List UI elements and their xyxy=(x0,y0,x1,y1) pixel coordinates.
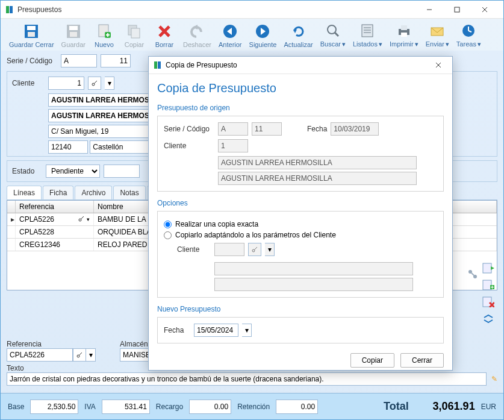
svg-marker-44 xyxy=(491,266,494,270)
base-label: Base xyxy=(8,403,24,411)
key-icon[interactable] xyxy=(78,215,84,224)
svg-rect-11 xyxy=(70,32,77,37)
serie-input[interactable] xyxy=(61,54,97,67)
total-label: Total xyxy=(384,400,409,413)
tasks-button[interactable]: Tareas▾ xyxy=(453,21,485,49)
modal-heading: Copia de Presupuesto xyxy=(157,81,444,95)
origen-box: Serie / Código Fecha Cliente xyxy=(157,116,444,192)
save-close-button[interactable]: Guardar Cerrar xyxy=(5,21,58,49)
reports-button[interactable]: Listados▾ xyxy=(349,21,386,49)
radio-adaptado[interactable]: Copiarlo adaptándolo a los parámetros de… xyxy=(164,231,437,239)
section-nuevo: Nuevo Presupuesto xyxy=(157,305,444,313)
svg-rect-34 xyxy=(401,33,407,37)
arrow-left-icon xyxy=(222,23,238,40)
grid-expand-icon[interactable] xyxy=(482,312,495,325)
m-codigo xyxy=(252,122,282,136)
maximize-button[interactable] xyxy=(443,1,471,18)
modal-copiar-button[interactable]: Copiar xyxy=(350,353,394,368)
currency-label: EUR xyxy=(481,403,496,411)
grid-action-icons-2 xyxy=(466,268,479,281)
modal-close-button[interactable] xyxy=(429,57,447,74)
envelope-icon xyxy=(429,22,446,39)
app-icon xyxy=(5,5,14,14)
search-icon xyxy=(325,22,341,39)
svg-rect-3 xyxy=(455,7,459,12)
svg-rect-45 xyxy=(483,280,491,290)
retencion-value[interactable] xyxy=(276,400,318,414)
print-button[interactable]: Imprimir▾ xyxy=(386,21,422,49)
modal-cerrar-button[interactable]: Cerrar xyxy=(400,353,444,368)
grid-insert-icon[interactable] xyxy=(482,278,495,292)
prev-button[interactable]: Anterior xyxy=(215,21,246,49)
tab-lineas[interactable]: Líneas xyxy=(7,186,42,199)
svg-line-40 xyxy=(94,81,97,84)
cell-ref: CPLA5226 xyxy=(19,215,76,224)
cliente-nombre2[interactable] xyxy=(48,109,163,122)
chevron-down-icon: ▾ xyxy=(342,40,346,48)
new-button[interactable]: Nuevo xyxy=(89,21,119,49)
retencion-label: Retención xyxy=(237,403,270,411)
grid-remove-icon[interactable] xyxy=(482,295,495,309)
copy-button[interactable]: Copiar xyxy=(119,21,149,49)
section-origen: Presupuesto de origen xyxy=(157,104,444,112)
undo-button[interactable]: Deshacer xyxy=(179,21,215,49)
totals-bar: Base IVA Recargo Retención Total 3,061.9… xyxy=(1,393,503,419)
m-fecha xyxy=(331,122,379,136)
col-referencia[interactable]: Referencia xyxy=(16,201,94,213)
ref-input[interactable] xyxy=(7,348,73,362)
total-value: 3,061.91 xyxy=(415,400,475,413)
copy-budget-dialog: Copia de Presupuesto Copia de Presupuest… xyxy=(148,56,453,371)
svg-line-56 xyxy=(79,353,82,356)
nuevo-box: Fecha ▾ xyxy=(157,317,444,343)
m-subcliente-nom1 xyxy=(214,262,413,275)
m-subcliente-dd[interactable]: ▾ xyxy=(265,243,275,256)
send-button[interactable]: Enviar▾ xyxy=(422,21,453,49)
delete-button[interactable]: Borrar xyxy=(149,21,179,49)
svg-rect-8 xyxy=(28,32,35,37)
estado-label: Estado xyxy=(12,167,42,175)
iva-value[interactable] xyxy=(102,400,150,414)
estado-select[interactable]: Pendiente xyxy=(46,165,100,178)
grid-link-icon[interactable] xyxy=(466,268,479,281)
base-value[interactable] xyxy=(30,400,78,414)
cliente-direccion[interactable] xyxy=(48,125,163,138)
iva-label: IVA xyxy=(84,403,95,411)
svg-line-42 xyxy=(81,216,84,219)
cliente-nombre1[interactable] xyxy=(48,93,163,107)
copy-icon xyxy=(126,23,143,40)
texto-input[interactable] xyxy=(7,372,487,386)
save-button[interactable]: Guardar xyxy=(58,21,89,49)
ref-lookup-button[interactable] xyxy=(73,348,86,362)
close-button[interactable] xyxy=(471,1,499,18)
m-nfecha-picker[interactable]: ▾ xyxy=(242,324,252,337)
m-nfecha-input[interactable] xyxy=(194,324,238,337)
m-subcliente-lookup[interactable] xyxy=(248,243,261,256)
estado-extra-input[interactable] xyxy=(104,165,140,178)
next-button[interactable]: Siguiente xyxy=(246,21,281,49)
svg-rect-49 xyxy=(483,297,491,307)
ref-dropdown[interactable]: ▾ xyxy=(86,348,96,362)
recargo-label: Recargo xyxy=(156,403,183,411)
cliente-num-input[interactable] xyxy=(48,77,84,90)
tab-ficha[interactable]: Ficha xyxy=(43,186,73,199)
svg-line-27 xyxy=(335,33,338,36)
grid-add-icon[interactable] xyxy=(482,262,495,275)
cliente-dropdown[interactable]: ▾ xyxy=(105,77,114,90)
cliente-lookup-button[interactable] xyxy=(88,77,101,90)
tab-archivo[interactable]: Archivo xyxy=(75,186,112,199)
modal-titlebar: Copia de Presupuesto xyxy=(149,57,452,74)
codigo-input[interactable] xyxy=(101,54,131,67)
svg-line-54 xyxy=(471,273,474,275)
tab-notas[interactable]: Notas xyxy=(113,186,145,199)
refresh-button[interactable]: Actualizar xyxy=(280,21,316,49)
recargo-value[interactable] xyxy=(189,400,231,414)
minimize-button[interactable] xyxy=(415,1,443,18)
section-opciones: Opciones xyxy=(157,199,444,207)
svg-rect-28 xyxy=(362,25,373,37)
search-button[interactable]: Buscar▾ xyxy=(317,21,349,49)
chevron-down-icon[interactable]: ▾ xyxy=(87,216,90,222)
cliente-cp[interactable] xyxy=(48,140,88,154)
cell-ref: CREG12346 xyxy=(16,239,94,251)
edit-pencil-icon[interactable]: ✎ xyxy=(491,375,497,383)
radio-copia-exacta[interactable]: Realizar una copia exacta xyxy=(164,220,437,228)
